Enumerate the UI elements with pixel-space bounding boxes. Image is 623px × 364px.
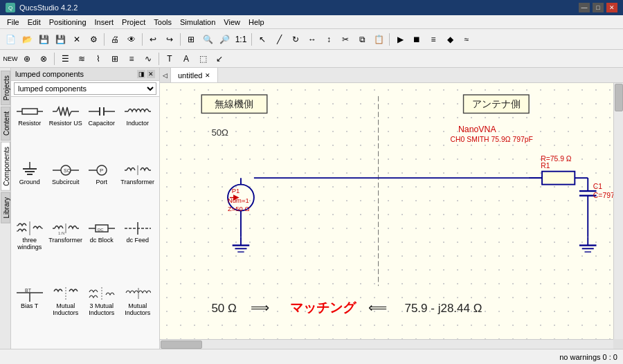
menu-view[interactable]: View — [219, 17, 244, 28]
sidebar-tab-projects[interactable]: Projects — [1, 71, 10, 105]
comp-resistor[interactable]: Resistor — [14, 100, 45, 157]
tb2-icon10[interactable]: T — [162, 51, 177, 66]
comp-dc-feed[interactable]: dc Feed — [118, 217, 156, 281]
tab-untitled[interactable]: untitled ✕ — [171, 68, 218, 82]
svg-text:1:N: 1:N — [58, 231, 64, 235]
paste-tool[interactable]: 📋 — [371, 32, 386, 47]
tab-arrow[interactable]: ◁ — [160, 68, 171, 82]
sidebar-tab-content[interactable]: Content — [1, 107, 10, 140]
svg-text:P: P — [100, 167, 103, 174]
sidebar-tab-library[interactable]: Library — [1, 192, 10, 224]
menu-insert[interactable]: Insert — [91, 17, 118, 28]
tb2-icon11[interactable]: A — [179, 51, 194, 66]
tb2-icon4[interactable]: ☰ — [57, 51, 73, 66]
tb2-icon6[interactable]: ⌇ — [91, 51, 106, 66]
zoom-fit-button[interactable]: ⊞ — [183, 32, 199, 47]
save-button[interactable]: 💾 — [36, 32, 51, 47]
menu-file[interactable]: File — [3, 17, 24, 28]
minimize-button[interactable]: — — [579, 3, 590, 12]
tb2-icon7[interactable]: ⊞ — [107, 51, 123, 66]
tb2-icon9[interactable]: ∿ — [141, 51, 156, 66]
tb2-icon5[interactable]: ≋ — [74, 51, 89, 66]
tb2-icon12[interactable]: ⬚ — [195, 51, 210, 66]
comp-three-windings[interactable]: three windings — [14, 217, 45, 281]
circuit-svg: 無線機側 アンテナ側 50Ω NanoVNA CH0 SMITH 75.9Ω 7… — [160, 83, 623, 349]
panel-header-controls[interactable]: ◨ ✕ — [137, 70, 155, 78]
svg-text:DC: DC — [98, 228, 104, 232]
mirror-tool[interactable]: ↕ — [321, 32, 336, 47]
sidebar-tabs: Projects Content Components Library — [0, 68, 11, 349]
sidebar-tab-components[interactable]: Components — [1, 142, 10, 191]
netlist-button[interactable]: ≡ — [426, 32, 441, 47]
wire-tool[interactable]: ╱ — [271, 32, 287, 47]
comp-ground[interactable]: Ground — [14, 158, 45, 216]
print-preview-button[interactable]: 👁 — [124, 32, 139, 47]
comp-subcircuit[interactable]: SC Subcircuit — [46, 158, 84, 216]
window-controls[interactable]: — □ ✕ — [579, 3, 617, 12]
zoom-out-button[interactable]: 🔎 — [217, 32, 232, 47]
comp-inductor[interactable]: Inductor — [118, 100, 156, 157]
menu-simulation[interactable]: Simulation — [176, 17, 219, 28]
vertical-scrollbar[interactable] — [613, 83, 623, 339]
menu-project[interactable]: Project — [118, 17, 150, 28]
tune-button[interactable]: ≈ — [459, 32, 474, 47]
components-panel: lumped components ◨ ✕ lumped components — [11, 68, 160, 349]
comp-mutual-ind[interactable]: Mutual Inductors — [46, 282, 84, 347]
flip-tool[interactable]: ↔ — [305, 32, 320, 47]
component-category-select[interactable]: lumped components — [14, 82, 156, 95]
stop-button[interactable]: ⏹ — [409, 32, 424, 47]
tb2-icon3[interactable]: ⊗ — [36, 51, 51, 66]
menu-positioning[interactable]: Positioning — [45, 17, 91, 28]
new-button[interactable]: 📄 — [3, 32, 18, 47]
tb2-icon2[interactable]: ⊕ — [19, 51, 35, 66]
comp-mutual-ind2[interactable]: Mutual Inductors — [118, 282, 156, 347]
tb2-icon13[interactable]: ↙ — [212, 51, 227, 66]
component-new[interactable]: NEW — [3, 51, 18, 66]
print-button[interactable]: 🖨 — [107, 32, 123, 47]
copy-tool[interactable]: ⧉ — [354, 32, 370, 47]
scrollbar-thumb-h[interactable] — [161, 340, 202, 349]
marker-button[interactable]: ◆ — [442, 32, 458, 47]
delete-tool[interactable]: ✂ — [338, 32, 353, 47]
svg-text:C1: C1 — [593, 183, 603, 190]
menu-help[interactable]: Help — [244, 17, 269, 28]
panel-dock-button[interactable]: ◨ — [137, 70, 145, 78]
bias-t-icon: BT — [17, 286, 43, 302]
canvas-area[interactable]: 無線機側 アンテナ側 50Ω NanoVNA CH0 SMITH 75.9Ω 7… — [160, 83, 623, 349]
sub-toolbar: NEW ⊕ ⊗ ☰ ≋ ⌇ ⊞ ≡ ∿ T A ⬚ ↙ — [0, 50, 623, 68]
close-button[interactable]: ✕ — [606, 3, 617, 12]
tab-close-button[interactable]: ✕ — [205, 72, 210, 79]
comp-port[interactable]: P Port — [86, 158, 117, 216]
zoom-100-button[interactable]: 1:1 — [233, 32, 249, 47]
settings-button[interactable]: ⚙ — [86, 32, 101, 47]
comp-transformer2[interactable]: 1:N Transformer — [46, 217, 84, 281]
save-all-button[interactable]: 💾 — [53, 32, 68, 47]
rotate-tool[interactable]: ↻ — [288, 32, 303, 47]
status-bar: no warnings 0 : 0 — [0, 349, 623, 364]
scrollbar-thumb-v[interactable] — [615, 84, 623, 111]
select-tool[interactable]: ↖ — [255, 32, 270, 47]
menu-edit[interactable]: Edit — [24, 17, 45, 28]
comp-capacitor[interactable]: Capacitor — [86, 100, 117, 157]
comp-dc-block-label: dc Block — [90, 237, 114, 244]
maximize-button[interactable]: □ — [593, 3, 604, 12]
undo-button[interactable]: ↩ — [145, 32, 161, 47]
comp-dc-block[interactable]: DC dc Block — [86, 217, 117, 281]
zoom-in-button[interactable]: 🔍 — [200, 32, 215, 47]
comp-3mutual-ind[interactable]: 3 Mutual Inductors — [86, 282, 117, 347]
open-button[interactable]: 📂 — [19, 32, 35, 47]
panel-close-button[interactable]: ✕ — [147, 70, 155, 78]
panel-dropdown[interactable]: lumped components — [11, 81, 159, 97]
menu-tools[interactable]: Tools — [150, 17, 176, 28]
horizontal-scrollbar[interactable] — [160, 339, 613, 349]
comp-resistor-us[interactable]: Resistor US — [46, 100, 84, 157]
svg-text:アンテナ側: アンテナ側 — [472, 98, 521, 109]
close-doc-button[interactable]: ✕ — [69, 32, 84, 47]
app-title: QucsStudio 4.2.2 — [19, 3, 78, 12]
tb2-icon8[interactable]: ≡ — [124, 51, 139, 66]
comp-transformer[interactable]: Transformer — [118, 158, 156, 216]
comp-bias-t[interactable]: BT Bias T — [14, 282, 45, 347]
capacitor-icon — [89, 103, 115, 120]
redo-button[interactable]: ↪ — [162, 32, 177, 47]
simulate-button[interactable]: ▶ — [392, 32, 408, 47]
